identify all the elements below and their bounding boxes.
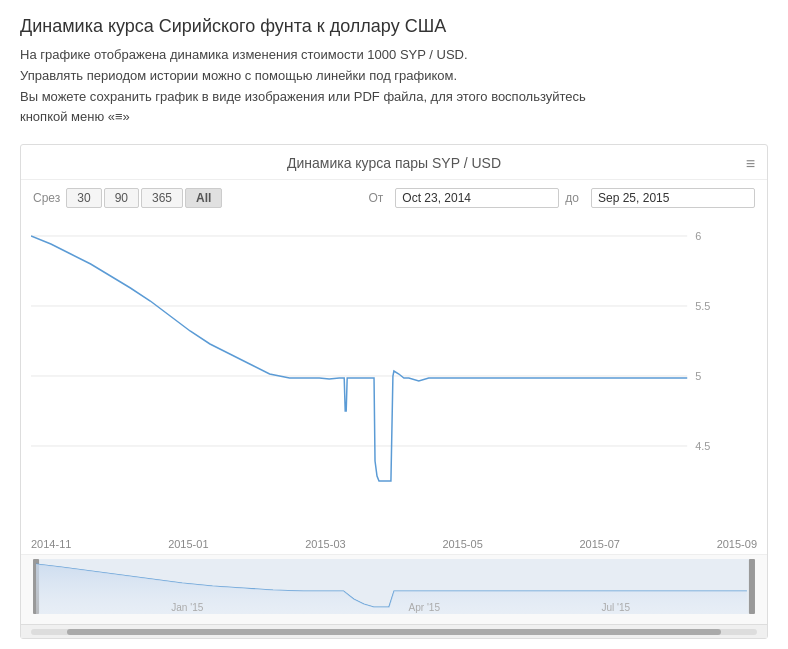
x-label-5: 2015-07 [580,538,620,550]
chart-title: Динамика курса пары SYP / USD [287,155,501,171]
chart-controls: Срез 30 90 365 All От до [21,180,767,216]
x-label-1: 2014-11 [31,538,71,550]
svg-text:5.5: 5.5 [695,300,710,312]
period-label: Срез [33,191,60,205]
svg-text:5: 5 [695,370,701,382]
svg-rect-10 [749,559,755,614]
mini-chart-container: Jan '15 Apr '15 Jul '15 [21,554,767,624]
period-buttons: 30 90 365 All [66,188,222,208]
chart-container: Динамика курса пары SYP / USD ≡ Срез 30 … [20,144,768,639]
scrollbar-thumb[interactable] [67,629,720,635]
svg-text:Jan '15: Jan '15 [171,602,204,613]
x-label-2: 2015-01 [168,538,208,550]
x-label-3: 2015-03 [305,538,345,550]
scrollbar-track[interactable] [31,629,757,635]
period-btn-365[interactable]: 365 [141,188,183,208]
main-chart-svg: 6 5.5 5 4.5 [31,226,727,506]
page-title: Динамика курса Сирийского фунта к доллар… [20,16,768,37]
main-chart-area: 6 5.5 5 4.5 [21,216,767,536]
page-description: На графике отображена динамика изменения… [20,45,768,128]
date-from-label: От [368,191,383,205]
x-label-6: 2015-09 [717,538,757,550]
date-to-label: до [565,191,579,205]
period-btn-30[interactable]: 30 [66,188,101,208]
svg-text:Apr '15: Apr '15 [408,602,440,613]
period-btn-90[interactable]: 90 [104,188,139,208]
chart-header: Динамика курса пары SYP / USD ≡ [21,155,767,180]
period-btn-all[interactable]: All [185,188,222,208]
date-range: От до [368,188,755,208]
svg-text:6: 6 [695,230,701,242]
date-to-input[interactable] [591,188,755,208]
scrollbar-container[interactable] [21,624,767,638]
menu-icon[interactable]: ≡ [746,155,755,173]
svg-text:Jul '15: Jul '15 [601,602,630,613]
svg-text:4.5: 4.5 [695,440,710,452]
x-label-4: 2015-05 [442,538,482,550]
mini-chart-svg: Jan '15 Apr '15 Jul '15 [31,559,757,614]
date-from-input[interactable] [395,188,559,208]
x-axis-labels: 2014-11 2015-01 2015-03 2015-05 2015-07 … [21,536,767,554]
